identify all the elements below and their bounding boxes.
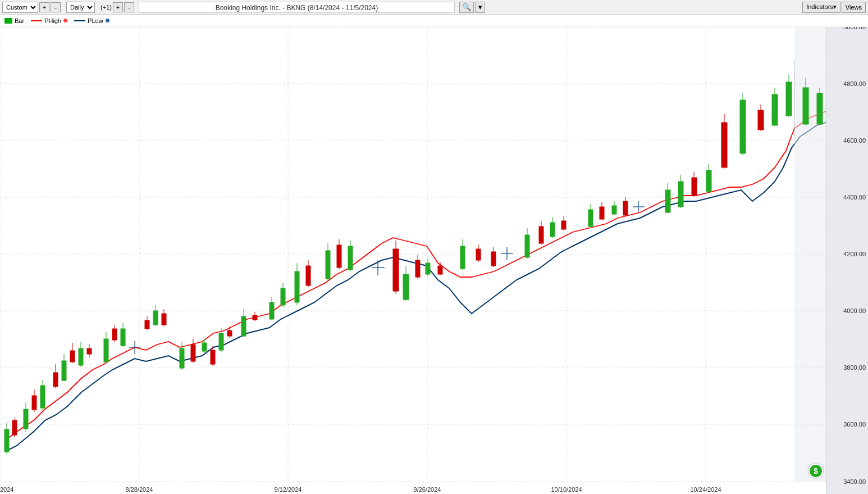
date-label-3: 9/12/2024 [275, 486, 302, 493]
price-4600: 4600.00 [843, 137, 866, 144]
legend-phigh: PHigh [31, 17, 67, 24]
toolbar: Custom + - Daily (+1) + - Booking Holdin… [0, 0, 868, 15]
dropdown-button[interactable]: ▾ [475, 2, 485, 13]
price-3800: 3800.00 [843, 364, 866, 371]
phigh-line-icon [31, 20, 42, 21]
price-axis: 5000.00 4800.00 4600.00 4400.00 4200.00 … [826, 27, 868, 494]
inc-plus-button[interactable]: + [113, 2, 123, 12]
plow-dot [106, 19, 109, 22]
dollar-icon[interactable]: $ [808, 464, 823, 478]
search-button[interactable]: 🔍 [459, 2, 474, 13]
date-label-2: 8/28/2024 [126, 486, 153, 493]
date-label-4: 9/26/2024 [414, 486, 441, 493]
date-label-5: 10/10/2024 [551, 486, 582, 493]
phigh-label: PHigh [44, 17, 61, 24]
plow-label: PLow [88, 17, 103, 24]
price-4400: 4400.00 [843, 194, 866, 201]
period-select[interactable]: Daily [66, 2, 95, 13]
increment-label: (+1) [100, 4, 112, 11]
price-4000: 4000.00 [843, 307, 866, 314]
date-label-1: 8/14/2024 [0, 486, 13, 493]
views-button[interactable]: Views [842, 2, 866, 13]
chart-legend: Bar PHigh PLow [0, 15, 868, 27]
chart-svg: .grid-line { stroke: #ddd; stroke-width:… [0, 27, 826, 494]
inc-minus-button[interactable]: - [124, 2, 134, 12]
minus-button[interactable]: - [51, 2, 61, 12]
legend-plow: PLow [74, 17, 109, 24]
date-axis: 8/14/2024 8/28/2024 9/12/2024 9/26/2024 … [0, 482, 826, 494]
custom-select[interactable]: Custom [2, 2, 38, 13]
bar-icon [4, 18, 12, 24]
price-3400: 3400.00 [843, 478, 866, 485]
bar-label: Bar [15, 17, 24, 24]
chart-area[interactable]: .grid-line { stroke: #ddd; stroke-width:… [0, 27, 868, 494]
chart-title: Booking Holdings Inc. - BKNG (8/14/2024 … [139, 2, 455, 13]
plow-line-icon [74, 20, 85, 21]
price-3600: 3600.00 [843, 421, 866, 428]
price-4800: 4800.00 [843, 80, 866, 87]
date-label-6: 10/24/2024 [690, 486, 721, 493]
legend-bar: Bar [4, 17, 24, 24]
price-5000: 5000.00 [843, 27, 866, 30]
price-4200: 4200.00 [843, 251, 866, 257]
plus-button[interactable]: + [39, 2, 49, 12]
indicators-button[interactable]: Indicators▾ [802, 2, 840, 13]
phigh-dot [63, 19, 67, 22]
